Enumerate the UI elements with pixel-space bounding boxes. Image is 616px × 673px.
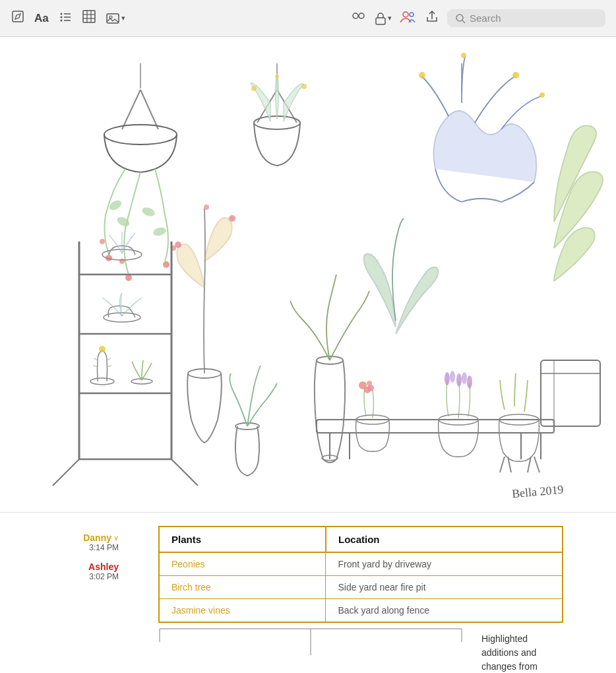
svg-rect-12 bbox=[107, 14, 119, 23]
svg-point-44 bbox=[419, 72, 425, 79]
location-cell-2: Back yard along fence bbox=[326, 599, 563, 623]
location-cell-0: Front yard by driveway bbox=[326, 552, 563, 576]
svg-line-20 bbox=[462, 20, 465, 23]
edit-icon[interactable] bbox=[11, 9, 25, 27]
plants-table: Plants Location Peonies Front yard by dr… bbox=[158, 526, 563, 623]
svg-point-30 bbox=[163, 261, 169, 268]
svg-point-3 bbox=[60, 16, 62, 18]
svg-point-29 bbox=[119, 259, 125, 264]
svg-point-18 bbox=[410, 13, 414, 16]
danny-time: 3:14 PM bbox=[89, 543, 119, 552]
svg-point-42 bbox=[275, 75, 279, 79]
svg-rect-16 bbox=[376, 18, 385, 24]
svg-point-28 bbox=[125, 274, 132, 281]
table-row: Peonies Front yard by driveway bbox=[159, 552, 563, 576]
main-content: Bella 2019 Danny ∨ 3:14 PM Ashley 3:02 P… bbox=[0, 37, 616, 673]
svg-point-54 bbox=[229, 215, 235, 222]
svg-point-88 bbox=[450, 371, 455, 383]
collaborator-ashley: Ashley 3:02 PM bbox=[88, 561, 119, 581]
col-location: Location bbox=[326, 527, 563, 552]
col-plants: Plants bbox=[159, 527, 326, 552]
svg-point-83 bbox=[367, 385, 374, 391]
svg-point-47 bbox=[539, 92, 545, 98]
toolbar-right: ▾ bbox=[350, 9, 605, 27]
drawing-area: Bella 2019 bbox=[0, 37, 616, 512]
svg-point-86 bbox=[456, 373, 462, 387]
callout-area: Highlighted additions and changes from p… bbox=[158, 625, 563, 661]
ashley-name: Ashley bbox=[88, 561, 119, 572]
location-cell-1: Side yard near fire pit bbox=[326, 576, 563, 599]
svg-point-46 bbox=[512, 72, 519, 79]
svg-point-1 bbox=[60, 13, 62, 15]
collaborate-icon[interactable] bbox=[350, 9, 367, 27]
danny-chevron: ∨ bbox=[113, 534, 119, 542]
svg-point-17 bbox=[403, 12, 408, 17]
collaborators-panel: Danny ∨ 3:14 PM Ashley 3:02 PM bbox=[40, 526, 119, 588]
svg-point-5 bbox=[60, 20, 62, 22]
participants-icon[interactable] bbox=[400, 9, 417, 27]
table-row: Jasmine vines Back yard along fence bbox=[159, 599, 563, 623]
svg-point-87 bbox=[467, 375, 472, 389]
svg-point-53 bbox=[175, 241, 181, 248]
toolbar-left: Aa bbox=[11, 9, 342, 27]
bottom-section: Danny ∨ 3:14 PM Ashley 3:02 PM Plants Lo… bbox=[0, 512, 616, 673]
media-icon[interactable]: ▾ bbox=[106, 11, 125, 26]
search-input[interactable] bbox=[470, 13, 588, 24]
svg-point-15 bbox=[359, 13, 364, 18]
svg-point-13 bbox=[109, 16, 112, 18]
svg-point-55 bbox=[204, 205, 209, 210]
font-icon[interactable]: Aa bbox=[34, 12, 49, 25]
plant-cell-0: Peonies bbox=[159, 552, 326, 576]
plant-cell-1: Birch tree bbox=[159, 576, 326, 599]
svg-point-27 bbox=[100, 239, 105, 244]
svg-point-89 bbox=[462, 372, 467, 384]
toolbar: Aa bbox=[0, 0, 616, 37]
svg-point-19 bbox=[456, 15, 463, 21]
svg-point-41 bbox=[301, 84, 307, 89]
callout-bracket bbox=[158, 625, 475, 658]
svg-point-40 bbox=[251, 86, 257, 91]
ashley-time: 3:02 PM bbox=[89, 572, 119, 581]
callout-text: Highlighted additions and changes from p… bbox=[481, 632, 563, 673]
table-icon[interactable] bbox=[82, 9, 96, 27]
svg-point-73 bbox=[99, 346, 106, 352]
svg-point-85 bbox=[445, 372, 450, 385]
share-icon[interactable] bbox=[425, 9, 439, 27]
list-icon[interactable] bbox=[58, 9, 73, 27]
lock-icon[interactable]: ▾ bbox=[375, 12, 392, 25]
svg-rect-0 bbox=[13, 11, 23, 22]
danny-name: Danny bbox=[83, 532, 111, 543]
svg-rect-7 bbox=[83, 11, 95, 22]
svg-point-45 bbox=[461, 53, 466, 58]
table-callout-area: Plants Location Peonies Front yard by dr… bbox=[158, 526, 563, 661]
table-row: Birch tree Side yard near fire pit bbox=[159, 576, 563, 599]
svg-point-14 bbox=[353, 13, 358, 18]
search-bar[interactable] bbox=[447, 9, 605, 27]
search-icon bbox=[455, 13, 466, 24]
collaborator-danny: Danny ∨ 3:14 PM bbox=[83, 532, 119, 552]
plant-cell-2: Jasmine vines bbox=[159, 599, 326, 623]
